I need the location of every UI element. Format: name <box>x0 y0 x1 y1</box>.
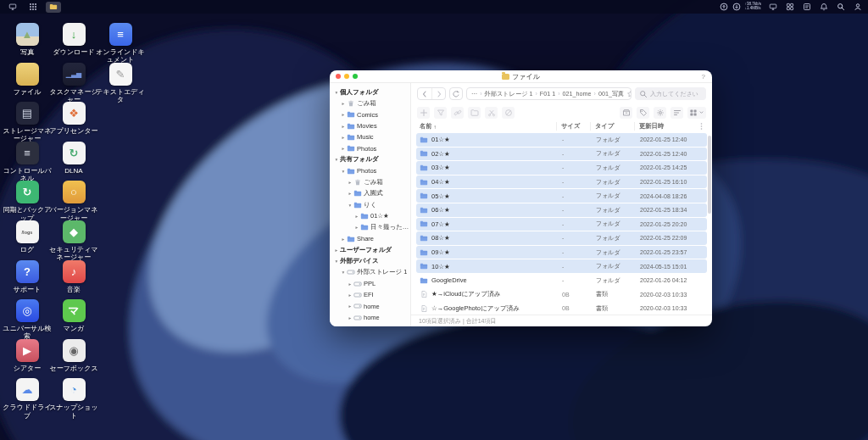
safebox-app-icon[interactable]: ◉セーフボックス <box>48 339 99 372</box>
titlebar[interactable]: ファイル ? <box>330 70 712 83</box>
chevron-down-icon[interactable]: ▾ <box>333 90 340 95</box>
sidebar-item[interactable]: ▸ごみ箱 <box>330 97 410 109</box>
breadcrumb-item[interactable]: F01 1 <box>540 90 555 97</box>
network-monitor[interactable]: ↑38.7kb/s ↓1.4MB/s <box>719 2 761 13</box>
table-row[interactable]: 03☆★-フォルダ2022-01-25 14:25 <box>416 161 707 175</box>
app-center-app-icon[interactable]: ❖アプリセンター <box>48 102 99 135</box>
snapshot-app-icon[interactable]: ◔スナップショット <box>48 378 99 419</box>
sync-backup-app-icon[interactable]: ↻同期とバックアップ <box>2 181 53 221</box>
chevron-right-icon[interactable]: ▸ <box>347 281 353 287</box>
scrollbar-thumb[interactable] <box>708 136 711 214</box>
sidebar-item[interactable]: ▸ごみ箱 <box>330 176 410 187</box>
sidebar-item[interactable]: ▸home <box>330 301 410 312</box>
table-row[interactable]: GoogleDrive-フォルダ2022-01-26 04:12 <box>416 274 707 287</box>
breadcrumb[interactable]: ···›外部ストレージ 1›F01 1›021_home›001_写真 <box>466 87 632 100</box>
sidebar-item[interactable]: ▸Comics <box>330 109 410 120</box>
column-type[interactable]: タイプ <box>590 122 634 131</box>
user-icon[interactable] <box>852 2 863 13</box>
chevron-right-icon[interactable]: ▸ <box>333 248 340 253</box>
close-button[interactable] <box>336 74 341 79</box>
universal-search-app-icon[interactable]: ◎ユニバーサル検索 <box>2 299 53 340</box>
refresh-button[interactable] <box>449 87 463 100</box>
task-manager-app-icon[interactable]: ▁▃▅タスクマネージャー <box>48 63 99 103</box>
search-icon[interactable] <box>835 2 846 13</box>
table-row[interactable]: 02☆★-フォルダ2022-01-25 12:40 <box>416 148 707 161</box>
column-options-kebab-icon[interactable] <box>697 122 705 131</box>
table-row[interactable]: ☆→GooglePhotoにアップ済み0B書類2020-02-03 10:33 <box>416 302 707 315</box>
chevron-down-icon[interactable]: ▾ <box>340 169 347 174</box>
breadcrumb-item[interactable]: 021_home <box>563 90 592 97</box>
storage-manager-app-icon[interactable]: ▤ストレージマネージャー <box>2 102 53 142</box>
forward-button[interactable] <box>431 88 445 99</box>
chevron-right-icon[interactable]: ▸ <box>340 124 347 129</box>
sort-list-icon[interactable] <box>670 107 683 119</box>
chevron-right-icon[interactable]: ▸ <box>353 225 360 230</box>
chevron-down-icon[interactable]: ▾ <box>333 259 340 264</box>
task-list-icon[interactable] <box>801 2 812 13</box>
chevron-right-icon[interactable]: ▸ <box>340 135 347 140</box>
sidebar-item[interactable]: ▾Photos <box>330 165 410 176</box>
tag-icon[interactable] <box>637 107 649 119</box>
files-app-icon[interactable]: ファイル <box>2 63 53 96</box>
chevron-down-icon[interactable]: ▾ <box>340 270 347 275</box>
breadcrumb-item[interactable]: 001_写真 <box>598 90 624 98</box>
filter-icon[interactable] <box>434 107 447 119</box>
sidebar-item[interactable]: ▸01☆★ <box>330 210 410 221</box>
chevron-down-icon[interactable]: ▾ <box>347 203 353 208</box>
chevron-right-icon[interactable]: ▸ <box>353 214 360 219</box>
maximize-button[interactable] <box>353 74 358 79</box>
forbid-icon[interactable] <box>502 107 515 119</box>
back-button[interactable] <box>418 88 431 99</box>
minimize-button[interactable] <box>344 74 349 79</box>
chevron-right-icon[interactable]: ▸ <box>340 146 347 151</box>
sidebar-item[interactable]: ▸ユーザーフォルダ <box>330 244 410 255</box>
logs-app-icon[interactable]: /logsログ <box>2 220 53 253</box>
table-row[interactable]: 09☆★-フォルダ2022-01-25 23:57 <box>416 246 707 259</box>
table-row[interactable]: 08☆★-フォルダ2022-01-25 22:09 <box>416 231 707 245</box>
breadcrumb-item[interactable]: 外部ストレージ 1 <box>485 90 533 98</box>
sidebar-item[interactable]: ▸日々撮った写真 <box>330 222 410 233</box>
table-row[interactable]: ★→iCloudにアップ済み0B書類2020-02-03 10:33 <box>416 288 707 302</box>
chevron-right-icon[interactable]: ▸ <box>347 292 353 298</box>
sidebar-item[interactable]: ▾外部ストレージ 1 <box>330 267 410 278</box>
chevron-right-icon[interactable]: ▸ <box>347 180 353 185</box>
table-row[interactable]: 07☆★-フォルダ2022-01-25 20:20 <box>416 218 707 231</box>
sidebar-item[interactable]: ▸Movies <box>330 120 410 131</box>
downloads-app-icon[interactable]: ↓ダウンロード <box>48 23 99 56</box>
chevron-right-icon[interactable]: ▸ <box>340 237 347 242</box>
sidebar-item[interactable]: ▸home <box>330 312 410 323</box>
breadcrumb-item[interactable]: ··· <box>471 90 477 97</box>
widgets-icon[interactable] <box>784 2 795 13</box>
favorite-star-icon[interactable] <box>626 90 632 98</box>
support-app-icon[interactable]: ?サポート <box>2 260 53 293</box>
cloud-drive-app-icon[interactable]: ☁クラウドドライブ <box>2 378 53 419</box>
text-editor-app-icon[interactable]: ✎テキストエディタ <box>95 63 146 103</box>
table-row[interactable]: 05☆★-フォルダ2024-04-08 18:26 <box>416 189 707 203</box>
view-mode-icon[interactable] <box>687 107 706 119</box>
settings-gear-icon[interactable] <box>654 107 666 119</box>
column-name[interactable]: 名前↑ <box>420 122 556 131</box>
sidebar-item[interactable]: ▾共有フォルダ <box>330 154 410 165</box>
photos-app-icon[interactable]: ▲写真 <box>2 23 53 56</box>
table-row[interactable]: 06☆★-フォルダ2022-01-25 18:34 <box>416 203 707 217</box>
column-size[interactable]: サイズ <box>556 122 590 131</box>
control-panel-app-icon[interactable]: ≡コントロールパネル <box>2 142 53 182</box>
sidebar-item[interactable]: ▸入園式 <box>330 188 410 199</box>
files-folder-icon[interactable] <box>46 2 61 13</box>
sidebar-item[interactable]: ▸Music <box>330 131 410 142</box>
desktop-icon[interactable] <box>5 2 20 13</box>
column-date[interactable]: 更新日時 <box>634 122 697 131</box>
move-to-folder-icon[interactable] <box>468 107 481 119</box>
chevron-right-icon[interactable]: ▸ <box>340 112 347 117</box>
chevron-right-icon[interactable]: ▸ <box>347 191 353 196</box>
dlna-app-icon[interactable]: ↻DLNA <box>48 142 99 175</box>
link-icon[interactable] <box>451 107 464 119</box>
notifications-bell-icon[interactable] <box>818 2 829 13</box>
sidebar-item[interactable]: ▾個人フォルダ <box>330 86 410 97</box>
chevron-down-icon[interactable]: ▾ <box>333 157 340 162</box>
table-row[interactable]: 10☆★-フォルダ2024-05-15 15:01 <box>416 259 707 273</box>
archive-box-icon[interactable] <box>620 107 632 119</box>
online-documents-app-icon[interactable]: ≡オンラインドキュメント <box>95 23 146 64</box>
table-row[interactable]: 01☆★-フォルダ2022-01-25 12:40 <box>416 133 707 147</box>
remote-device-icon[interactable] <box>767 2 778 13</box>
